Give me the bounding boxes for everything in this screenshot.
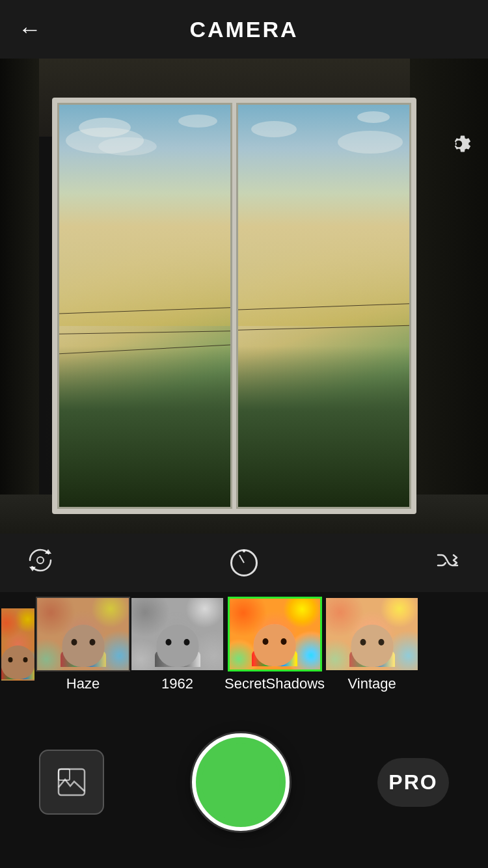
filter-strip: Haze 1962 — [0, 592, 488, 696]
action-bar: PRO — [0, 696, 488, 868]
window-pane-left — [57, 103, 232, 509]
filter-thumbnail-first — [0, 607, 36, 682]
filter-item-secretshadows[interactable]: SecretShadows — [224, 597, 325, 692]
filter-thumbnail-1962 — [130, 597, 224, 671]
pro-label: PRO — [388, 770, 437, 794]
window-pane-right — [236, 103, 411, 509]
camera-controls-bar — [0, 534, 488, 592]
window-frame — [52, 98, 416, 514]
tree-area — [238, 346, 409, 507]
cloud — [98, 137, 157, 156]
tree-area — [59, 346, 230, 507]
filter-item-1962[interactable]: 1962 — [130, 597, 224, 692]
filter-label-haze: Haze — [66, 675, 100, 692]
shuffle-button[interactable] — [433, 546, 462, 580]
camera-viewfinder[interactable] — [0, 59, 488, 534]
svg-point-0 — [37, 557, 44, 563]
filter-thumbnail-haze — [36, 597, 130, 671]
cloud — [178, 115, 217, 128]
cloud — [338, 131, 403, 154]
header-bar: ← CAMERA — [0, 0, 488, 59]
cloud — [251, 121, 297, 137]
pro-button[interactable]: PRO — [377, 758, 449, 807]
filter-thumbnail-secretshadows — [228, 597, 322, 671]
filter-label-secretshadows: SecretShadows — [224, 675, 325, 692]
flip-camera-button[interactable] — [26, 546, 55, 580]
svg-rect-2 — [59, 769, 70, 780]
cloud — [357, 111, 390, 123]
filter-thumbnail-vintage — [325, 597, 419, 671]
filter-item-first[interactable] — [0, 607, 36, 682]
page-title: CAMERA — [189, 17, 298, 42]
filter-label-1962: 1962 — [161, 675, 193, 692]
filter-label-vintage: Vintage — [347, 675, 396, 692]
settings-button[interactable] — [445, 130, 472, 162]
powerline — [57, 330, 232, 334]
timer-button[interactable] — [230, 549, 258, 576]
wall-left — [0, 59, 39, 534]
filter-item-vintage[interactable]: Vintage — [325, 597, 419, 692]
shutter-button[interactable] — [192, 733, 290, 831]
window-handle — [232, 286, 232, 308]
gallery-button[interactable] — [39, 750, 104, 815]
filter-item-haze[interactable]: Haze — [36, 597, 130, 692]
back-button[interactable]: ← — [18, 16, 42, 43]
shutter-inner — [202, 743, 280, 821]
